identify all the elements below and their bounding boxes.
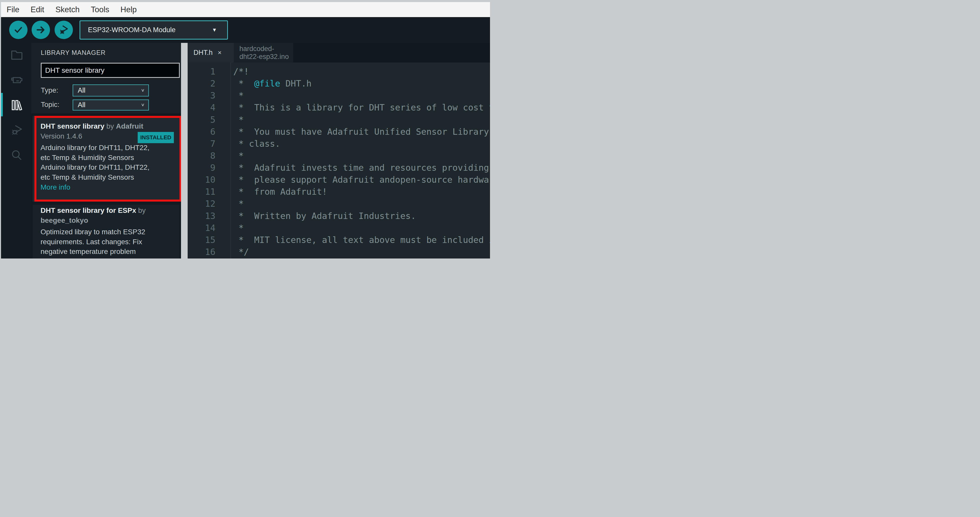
activity-bar: [1, 43, 31, 258]
type-filter-select[interactable]: All˅: [73, 85, 149, 96]
code-line: 5 *: [188, 114, 490, 126]
board-selector[interactable]: ESP32-WROOM-DA Module ▼: [80, 21, 228, 40]
board-selector-value: ESP32-WROOM-DA Module: [88, 26, 176, 34]
line-number: 10: [188, 174, 215, 186]
sketchbook-icon[interactable]: [10, 48, 24, 62]
library-description: Optimized libray to match ESP32requireme…: [41, 227, 173, 258]
code-line: 6 * You must have Adafruit Unified Senso…: [188, 126, 490, 138]
topic-filter-label: Topic:: [41, 101, 59, 109]
close-icon[interactable]: ×: [218, 49, 221, 57]
line-number: 12: [188, 198, 215, 210]
search-icon[interactable]: [10, 148, 24, 162]
code-line: 16 */: [188, 246, 490, 258]
menu-file[interactable]: File: [6, 5, 25, 14]
line-number: 1: [188, 65, 215, 78]
selection-highlight-box: [34, 116, 181, 202]
active-tab-indicator: [1, 93, 3, 116]
check-icon: [13, 25, 24, 35]
code-line: 4 * This is a library for DHT series of …: [188, 102, 490, 113]
line-number: 11: [188, 186, 215, 198]
debug-button[interactable]: [54, 21, 73, 39]
code-line: 8 *: [188, 150, 490, 162]
code-line: 11 * from Adafruit!: [188, 186, 490, 198]
menu-bar: FileEditSketchToolsHelp: [1, 2, 490, 17]
code-line: 7 * class.: [188, 138, 490, 150]
boards-manager-icon[interactable]: [10, 73, 24, 87]
code-line: 1/*!: [188, 65, 490, 78]
line-number: 15: [188, 234, 215, 246]
sidebar-library-manager: LIBRARY MANAGER Type: All˅ Topic: All˅ D…: [31, 43, 181, 258]
debug-icon: [58, 24, 69, 35]
line-number: 13: [188, 210, 215, 222]
verify-button[interactable]: [9, 21, 27, 39]
library-manager-icon[interactable]: [10, 99, 24, 112]
menu-help[interactable]: Help: [121, 5, 143, 14]
chevron-down-icon: ˅: [141, 88, 144, 93]
line-number: 5: [188, 114, 215, 126]
line-number: 7: [188, 138, 215, 150]
chevron-down-icon: ▼: [212, 27, 217, 33]
line-number: 4: [188, 102, 215, 113]
line-number: 9: [188, 162, 215, 174]
chevron-down-icon: ˅: [141, 102, 144, 108]
line-number: 6: [188, 126, 215, 138]
sidebar-header: LIBRARY MANAGER: [41, 49, 105, 56]
type-filter-label: Type:: [41, 86, 58, 94]
code-line: 12 *: [188, 198, 490, 210]
code-line: 13 * Written by Adafruit Industries.: [188, 210, 490, 222]
library-list: DHT sensor library by AdafruitVersion 1.…: [31, 113, 181, 258]
code-line: 9 * Adafruit invests time and resources …: [188, 162, 490, 174]
code-line: 10 * please support Adafruit andopen-sou…: [188, 174, 490, 186]
menu-sketch[interactable]: Sketch: [55, 5, 86, 14]
menu-edit[interactable]: Edit: [30, 5, 50, 14]
code-line: 15 * MIT license, all text above must be…: [188, 234, 490, 246]
editor-tab-bar: DHT.h × hardcoded-dht22-esp32.ino • • •: [188, 43, 490, 62]
code-line: 2 * @file DHT.h: [188, 78, 490, 89]
topic-filter-select[interactable]: All˅: [73, 99, 149, 110]
upload-button[interactable]: [32, 21, 50, 39]
library-list-item[interactable]: DHT sensor library for ESPx by beegee_to…: [33, 205, 180, 258]
library-title: DHT sensor library for ESPx by beegee_to…: [41, 206, 173, 225]
code-line: 14 *: [188, 222, 490, 234]
arrow-right-icon: [36, 25, 46, 35]
code-line: 3 *: [188, 89, 490, 102]
library-search-input[interactable]: [41, 63, 180, 78]
line-number: 8: [188, 150, 215, 162]
line-number: 14: [188, 222, 215, 234]
line-number: 16: [188, 246, 215, 258]
line-number: 3: [188, 89, 215, 102]
tab-dht-h[interactable]: DHT.h ×: [188, 43, 234, 62]
code-line: 17: [188, 258, 490, 258]
tab-ino[interactable]: hardcoded-dht22-esp32.ino: [234, 43, 293, 62]
code-editor[interactable]: 1/*!2 * @file DHT.h3 *4 * This is a libr…: [188, 62, 490, 258]
line-number: 17: [188, 258, 215, 258]
debug-panel-icon[interactable]: [10, 123, 24, 137]
menu-tools[interactable]: Tools: [91, 5, 115, 14]
line-number: 2: [188, 78, 215, 89]
toolbar: ESP32-WROOM-DA Module ▼: [1, 17, 490, 43]
